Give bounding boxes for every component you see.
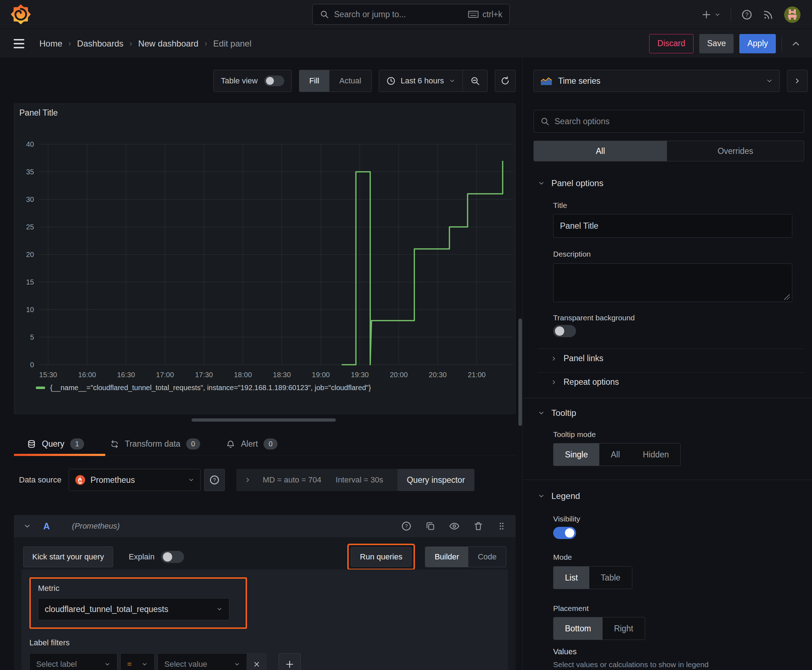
scrollbar-thumb[interactable] [519,318,522,426]
refresh-button[interactable] [495,70,515,92]
legend-visibility-toggle[interactable] [553,527,576,539]
options-search-input[interactable]: Search options [534,110,804,133]
tooltip-mode-all[interactable]: All [599,443,632,465]
label-filters-row: Select label = Select value [29,653,500,670]
panel-resize-handle[interactable] [192,418,336,421]
run-queries-highlight: Run queries [347,544,415,570]
drag-handle-icon[interactable] [497,521,506,531]
tooltip-mode-single[interactable]: Single [554,443,599,465]
series-line[interactable] [342,161,503,365]
operator-dropdown[interactable]: = [120,653,155,670]
discard-button[interactable]: Discard [649,34,693,53]
legend-values-label: Values [553,647,577,656]
section-legend[interactable]: Legend [538,491,580,501]
y-axis-tick-label: 15 [26,278,34,286]
chevron-down-icon [538,180,545,187]
breadcrumb-separator: › [62,39,77,48]
hide-query-icon[interactable] [449,521,460,531]
query-inspector-button[interactable]: Query inspector [397,469,474,491]
section-repeat-options[interactable]: Repeat options [551,377,619,387]
breadcrumb-item[interactable]: Home [39,39,62,49]
x-axis-tick-label: 16:00 [78,371,96,379]
metric-select[interactable]: cloudflared_tunnel_total_requests [38,598,229,620]
datasource-label: Data source [19,475,61,485]
menu-toggle-button[interactable] [14,39,24,48]
panel-title-input[interactable] [553,214,792,238]
explain-toggle[interactable] [161,551,184,563]
fill-option[interactable]: Fill [299,70,329,91]
datasource-help-button[interactable]: ? [204,469,225,491]
zoom-out-button[interactable] [463,76,487,86]
legend-placement-bottom[interactable]: Bottom [554,618,603,640]
legend-swatch[interactable] [36,387,45,389]
time-series-chart[interactable]: 051015202530354015:3016:0016:3017:0017:3… [17,124,514,380]
save-button[interactable]: Save [699,34,734,53]
section-tooltip[interactable]: Tooltip [538,408,576,418]
duplicate-icon[interactable] [425,521,436,531]
tab-transform-count: 0 [186,438,200,450]
trash-icon[interactable] [473,521,483,531]
user-avatar[interactable] [784,7,800,23]
chevron-up-icon [790,38,801,49]
transparent-background-toggle[interactable] [553,325,576,337]
tab-all[interactable]: All [534,141,667,161]
tab-overrides[interactable]: Overrides [667,141,804,161]
legend-mode-table[interactable]: Table [589,567,632,589]
y-axis-tick-label: 35 [26,168,34,176]
run-queries-button[interactable]: Run queries [351,547,411,567]
visualization-picker[interactable]: Time series [534,70,780,92]
description-textarea[interactable] [553,264,792,302]
query-row-actions: ? [401,521,506,531]
title-label: Title [553,201,567,210]
section-panel-options[interactable]: Panel options [538,178,603,188]
viz-suggestions-button[interactable] [787,70,808,92]
tab-alert[interactable]: Alert 0 [226,432,278,456]
legend-series-name[interactable]: {__name__="cloudflared_tunnel_total_requ… [50,384,371,392]
kick-start-button[interactable]: Kick start your query [23,546,113,567]
tab-query[interactable]: Query 1 [27,432,84,456]
code-option[interactable]: Code [468,547,506,567]
time-range-label: Last 6 hours [401,76,444,86]
add-filter-button[interactable] [278,653,301,670]
section-divider [522,398,812,398]
breadcrumb-item[interactable]: Dashboards [77,39,123,49]
grafana-logo[interactable] [11,4,31,24]
section-panel-links[interactable]: Panel links [551,354,603,363]
builder-option[interactable]: Builder [425,547,468,567]
breadcrumb-item[interactable]: Edit panel [214,39,252,49]
apply-button[interactable]: Apply [739,34,776,53]
chevron-down-icon [234,661,240,668]
actual-option[interactable]: Actual [329,70,371,91]
query-toolbar: Kick start your query Explain Run querie… [23,544,506,570]
chevron-down-icon [216,606,223,612]
remove-filter-button[interactable] [247,653,266,670]
query-options-collapsed[interactable]: MD = auto = 704 Interval = 30s Query ins… [236,469,475,491]
select-label-dropdown[interactable]: Select label [29,653,117,670]
datasource-picker[interactable]: Prometheus [69,469,200,491]
chevron-down-icon [714,12,721,18]
query-help-icon[interactable]: ? [401,521,412,531]
time-range-picker[interactable]: Last 6 hours [379,76,463,86]
datasource-value: Prometheus [91,475,135,485]
news-button[interactable] [763,9,774,20]
collapse-options-button[interactable] [790,38,801,49]
interval: Interval = 30s [336,475,383,485]
breadcrumb-item[interactable]: New dashboard [138,39,198,49]
tooltip-mode-hidden[interactable]: Hidden [632,443,681,465]
help-button[interactable]: ? [741,9,753,20]
table-view-toggle[interactable] [264,76,284,86]
query-row-header[interactable]: A (Prometheus) ? [14,515,515,537]
legend-mode-list[interactable]: List [554,567,589,589]
new-menu-button[interactable] [701,10,721,20]
chevron-down-icon[interactable] [23,522,31,530]
y-axis-tick-label: 40 [26,140,34,148]
metric-label: Metric [38,584,239,593]
chevron-down-icon [188,477,194,483]
search-placeholder: Search or jump to... [334,10,463,19]
help-icon: ? [741,9,753,20]
legend-placement-right[interactable]: Right [603,618,645,640]
svg-text:?: ? [746,12,749,17]
select-value-dropdown[interactable]: Select value [158,653,247,670]
tab-transform-data[interactable]: Transform data 0 [110,432,200,456]
global-search-input[interactable]: Search or jump to... ctrl+k [312,4,510,25]
